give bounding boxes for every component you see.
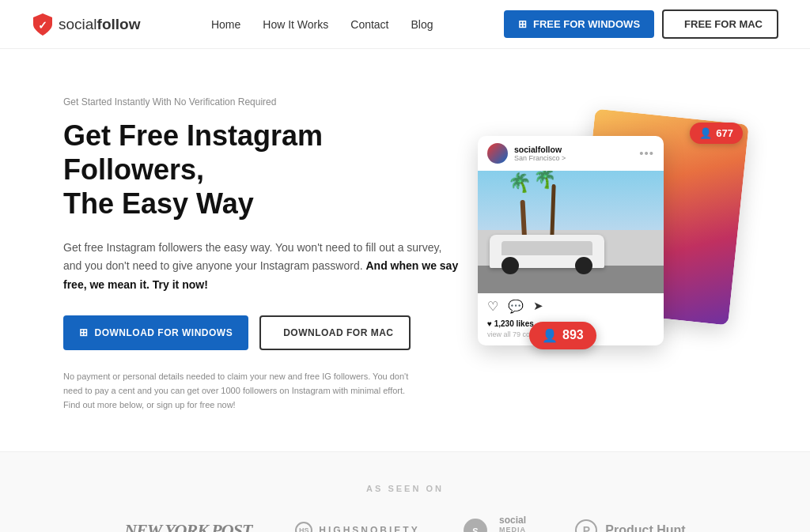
hero-title: Get Free Instagram Followers, The Easy W… xyxy=(63,119,459,221)
nav-blog[interactable]: Blog xyxy=(411,18,433,31)
navbar-mac-button[interactable]: FREE FOR MAC xyxy=(662,9,778,39)
windows-button-label: FREE FOR WINDOWS xyxy=(533,18,640,30)
like-icon: ♡ xyxy=(487,299,498,314)
windows-icon: ⊞ xyxy=(518,18,527,30)
hero-title-line2: The Easy Way xyxy=(63,187,254,220)
as-seen-on-section: AS SEEN ON NEW YORK POST HS HIGHSNOBIETY… xyxy=(0,451,810,532)
as-seen-on-label: AS SEEN ON xyxy=(63,484,747,493)
card-front: socialfollow San Francisco > ••• 🌴 🌴 xyxy=(478,136,664,345)
nav-links: Home How It Works Contact Blog xyxy=(211,17,433,32)
logo-sme: s social media Explorer xyxy=(464,515,532,532)
logo-highsnobiety: HS HIGHSNOBIETY xyxy=(295,522,419,533)
followers-badge-893: 👤 893 xyxy=(529,322,596,349)
navbar: ✓ socialfollow Home How It Works Contact… xyxy=(0,0,810,49)
sme-icon: s xyxy=(464,519,487,533)
logo-nyp: NEW YORK POST xyxy=(124,520,252,533)
nav-how-it-works[interactable]: How It Works xyxy=(263,18,328,31)
hero-left: Get Started Instantly With No Verificati… xyxy=(63,96,459,412)
card-avatar xyxy=(487,143,508,164)
logo-social: social xyxy=(59,16,97,32)
windows-dl-icon: ⊞ xyxy=(79,326,89,338)
sme-text-block: social media Explorer xyxy=(494,515,532,532)
hero-title-line1: Get Free Instagram Followers, xyxy=(63,119,323,186)
card-username: socialfollow xyxy=(514,145,566,154)
hero-section: Get Started Instantly With No Verificati… xyxy=(0,49,810,451)
producthunt-icon: P xyxy=(575,519,597,533)
followers-count-677: 677 xyxy=(716,127,733,139)
hero-footnote: No payment or personal details needed to… xyxy=(63,369,411,412)
logo-follow: follow xyxy=(97,16,141,32)
navbar-windows-button[interactable]: ⊞ FREE FOR WINDOWS xyxy=(504,10,654,38)
hero-buttons: ⊞ DOWNLOAD FOR WINDOWS DOWNLOAD FOR MAC xyxy=(63,315,459,350)
download-mac-button[interactable]: DOWNLOAD FOR MAC xyxy=(259,315,411,350)
navbar-actions: ⊞ FREE FOR WINDOWS FREE FOR MAC xyxy=(504,9,778,39)
followers-count-893: 893 xyxy=(562,328,584,342)
highsnobiety-icon: HS xyxy=(295,522,312,533)
card-actions: ♡ 💬 ➤ xyxy=(478,293,664,319)
producthunt-text: Product Hunt xyxy=(605,523,685,533)
hero-eyebrow: Get Started Instantly With No Verificati… xyxy=(63,96,459,108)
hero-description: Get free Instagram followers the easy wa… xyxy=(63,239,459,295)
followers-icon-893: 👤 xyxy=(542,328,558,343)
comment-icon: 💬 xyxy=(508,299,524,314)
mac-button-label: FREE FOR MAC xyxy=(684,18,763,30)
nav-home[interactable]: Home xyxy=(211,18,240,31)
nav-contact[interactable]: Contact xyxy=(350,18,388,31)
logo-text: socialfollow xyxy=(59,16,140,33)
card-user-info: socialfollow San Francisco > xyxy=(514,145,566,162)
nyp-text: NEW YORK POST xyxy=(124,520,252,533)
card-more-icon: ••• xyxy=(639,146,654,160)
logo-icon: ✓ xyxy=(32,12,54,37)
logo[interactable]: ✓ socialfollow xyxy=(32,12,140,37)
svg-text:✓: ✓ xyxy=(38,19,47,32)
share-icon: ➤ xyxy=(533,299,543,313)
followers-badge-677: 👤 677 xyxy=(690,123,743,144)
download-windows-button[interactable]: ⊞ DOWNLOAD FOR WINDOWS xyxy=(63,315,248,350)
as-seen-on-logos: NEW YORK POST HS HIGHSNOBIETY s social m… xyxy=(63,515,747,532)
download-windows-label: DOWNLOAD FOR WINDOWS xyxy=(95,327,233,338)
card-photo: 🌴 🌴 xyxy=(478,171,664,293)
followers-icon-677: 👤 xyxy=(699,127,712,139)
download-mac-label: DOWNLOAD FOR MAC xyxy=(283,327,393,338)
highsnobiety-text: HIGHSNOBIETY xyxy=(319,525,419,533)
logo-producthunt: P Product Hunt xyxy=(575,519,685,533)
card-location: San Francisco > xyxy=(514,154,566,162)
card-header: socialfollow San Francisco > ••• xyxy=(478,136,664,171)
hero-right: 👤 677 socialfollow San Francisco > ••• xyxy=(478,108,747,401)
